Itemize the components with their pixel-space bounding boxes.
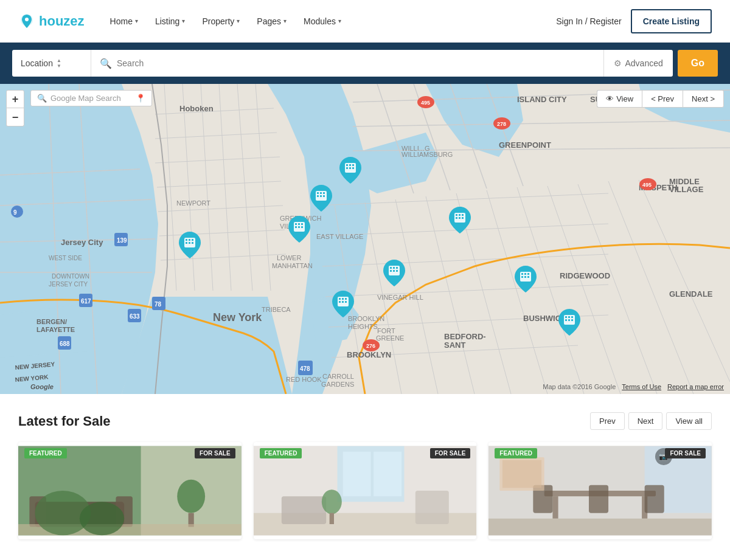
- svg-rect-133: [349, 167, 351, 169]
- svg-rect-144: [393, 267, 395, 269]
- svg-text:SANT: SANT: [444, 340, 465, 350]
- logo-text: houzez: [39, 13, 85, 29]
- svg-rect-130: [349, 164, 351, 166]
- svg-rect-136: [456, 214, 457, 216]
- map-pin[interactable]: [383, 260, 405, 289]
- nav-listing[interactable]: Listing ▾: [148, 12, 192, 31]
- map-search-box[interactable]: 🔍 Google Map Search 📍: [30, 90, 152, 106]
- property-cards: FEATURED FOR SALE: [18, 442, 712, 539]
- map-pin[interactable]: [515, 266, 537, 295]
- svg-text:FORT: FORT: [377, 327, 395, 334]
- svg-text:276: 276: [366, 343, 375, 349]
- svg-rect-125: [295, 226, 297, 228]
- svg-rect-167: [565, 319, 567, 321]
- modules-arrow-icon: ▾: [338, 18, 341, 24]
- gear-icon: ⚙: [614, 58, 622, 68]
- advanced-button[interactable]: ⚙ Advanced: [603, 50, 673, 77]
- location-label: Location: [21, 58, 53, 68]
- svg-rect-134: [352, 167, 354, 169]
- header: houzez Home ▾ Listing ▾ Property ▾ Pages…: [0, 0, 730, 43]
- main-nav: Home ▾ Listing ▾ Property ▾ Pages ▾ Modu…: [103, 12, 349, 31]
- nav-pages[interactable]: Pages ▾: [249, 12, 294, 31]
- svg-text:VINEGAR HILL: VINEGAR HILL: [377, 294, 423, 301]
- svg-text:VILLAGE: VILLAGE: [669, 185, 704, 194]
- go-button[interactable]: Go: [678, 50, 718, 77]
- svg-rect-139: [456, 217, 457, 219]
- svg-rect-151: [342, 298, 344, 300]
- map-container: Jersey City WEST SIDE DOWNTOWN JERSEY CI…: [0, 84, 730, 394]
- map-pin[interactable]: [558, 309, 580, 338]
- svg-rect-185: [374, 452, 401, 496]
- header-left: houzez Home ▾ Listing ▾ Property ▾ Pages…: [18, 12, 349, 31]
- map-background: Jersey City WEST SIDE DOWNTOWN JERSEY CI…: [0, 84, 730, 394]
- map-next-button[interactable]: Next >: [683, 90, 724, 108]
- svg-text:BEDFORD-: BEDFORD-: [444, 332, 486, 341]
- svg-rect-154: [342, 301, 344, 303]
- listings-next-button[interactable]: Next: [628, 412, 663, 430]
- card-featured-badge: FEATURED: [24, 448, 67, 458]
- svg-rect-146: [390, 270, 392, 272]
- sign-in-link[interactable]: Sign In / Register: [556, 16, 621, 26]
- svg-rect-120: [323, 195, 325, 197]
- property-card: FEATURED FOR SALE: [254, 442, 477, 539]
- svg-rect-153: [339, 301, 341, 303]
- map-pin[interactable]: [179, 232, 201, 261]
- svg-rect-119: [320, 195, 322, 197]
- card-featured-badge: FEATURED: [495, 448, 537, 458]
- svg-text:New York: New York: [213, 311, 262, 323]
- search-input[interactable]: [117, 58, 595, 68]
- report-link[interactable]: Report a map error: [667, 383, 724, 390]
- svg-rect-202: [502, 460, 541, 488]
- map-search-icon: 🔍: [37, 94, 47, 103]
- map-search-placeholder: Google Map Search: [50, 94, 121, 103]
- svg-rect-158: [524, 273, 526, 275]
- listings-prev-button[interactable]: Prev: [590, 412, 625, 430]
- svg-text:RED HOOK: RED HOOK: [286, 376, 322, 383]
- svg-rect-112: [189, 242, 190, 244]
- svg-text:495: 495: [421, 100, 430, 106]
- listings-title: Latest for Sale: [18, 413, 111, 429]
- svg-text:ISLAND CITY: ISLAND CITY: [517, 95, 567, 104]
- svg-text:BERGEN/: BERGEN/: [36, 318, 67, 325]
- svg-rect-195: [553, 496, 558, 519]
- nav-home[interactable]: Home ▾: [103, 12, 145, 31]
- terms-link[interactable]: Terms of Use: [622, 383, 661, 390]
- home-arrow-icon: ▾: [135, 18, 138, 24]
- svg-text:617: 617: [81, 298, 91, 305]
- nav-modules[interactable]: Modules ▾: [296, 12, 349, 31]
- map-pin[interactable]: [310, 185, 332, 214]
- svg-text:495: 495: [642, 182, 652, 188]
- logo[interactable]: houzez: [18, 13, 85, 30]
- map-pin[interactable]: [449, 207, 471, 236]
- svg-text:GLENDALE: GLENDALE: [669, 289, 713, 299]
- map-pin[interactable]: [332, 291, 354, 320]
- svg-rect-140: [459, 217, 461, 219]
- location-dropdown[interactable]: Location ▲ ▼: [12, 50, 91, 77]
- map-nav-buttons: 👁 View < Prev Next >: [597, 90, 724, 108]
- advanced-label: Advanced: [625, 58, 663, 68]
- svg-rect-160: [521, 276, 523, 278]
- zoom-in-button[interactable]: +: [6, 90, 24, 108]
- svg-rect-164: [565, 316, 567, 318]
- card-sale-badge: FOR SALE: [665, 448, 706, 458]
- zoom-out-button[interactable]: −: [6, 108, 24, 126]
- svg-rect-198: [589, 485, 608, 513]
- svg-text:RIDGEWOOD: RIDGEWOOD: [560, 271, 610, 280]
- svg-rect-166: [571, 316, 573, 318]
- map-prev-button[interactable]: < Prev: [642, 90, 683, 108]
- listings-view-all-button[interactable]: View all: [666, 412, 712, 430]
- map-pin[interactable]: [288, 216, 310, 245]
- nav-property[interactable]: Property ▾: [195, 12, 247, 31]
- svg-text:WILLI...G: WILLI...G: [401, 145, 429, 152]
- map-pin[interactable]: [339, 157, 361, 186]
- create-listing-button[interactable]: Create Listing: [631, 9, 712, 33]
- map-view-button[interactable]: 👁 View: [597, 90, 642, 108]
- listings-section: Latest for Sale Prev Next View all: [0, 394, 730, 551]
- svg-rect-137: [459, 214, 461, 216]
- svg-rect-122: [295, 223, 297, 225]
- svg-text:9: 9: [13, 209, 17, 216]
- google-credit: Google: [30, 383, 54, 390]
- svg-text:LAFAYETTE: LAFAYETTE: [36, 326, 75, 333]
- card-image: FEATURED FOR SALE: [254, 442, 477, 539]
- svg-rect-113: [192, 242, 193, 244]
